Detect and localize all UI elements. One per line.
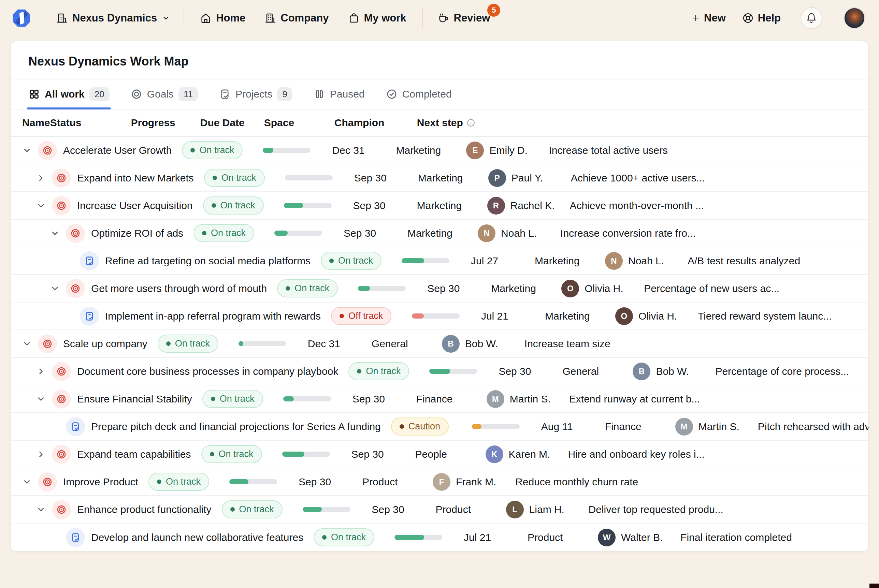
status-dot-icon bbox=[166, 341, 171, 346]
notifications-button[interactable] bbox=[801, 7, 822, 29]
org-name: Nexus Dynamics bbox=[72, 12, 157, 24]
table-row[interactable]: Ensure Financial StabilityOn trackSep 30… bbox=[11, 386, 868, 413]
tab-label: Completed bbox=[402, 88, 452, 100]
progress-bar bbox=[429, 369, 477, 374]
status-badge[interactable]: On track bbox=[314, 528, 374, 546]
status-badge[interactable]: On track bbox=[149, 473, 209, 491]
space: Product bbox=[362, 476, 433, 488]
expand-down-chevron[interactable] bbox=[36, 201, 52, 210]
status-dot-icon bbox=[210, 452, 214, 456]
tab-goals[interactable]: Goals11 bbox=[131, 80, 198, 109]
building-icon bbox=[56, 12, 68, 24]
main-nav: HomeCompanyMy work bbox=[184, 12, 422, 24]
status-badge[interactable]: On track bbox=[201, 445, 262, 463]
tab-projects[interactable]: Projects9 bbox=[219, 80, 292, 109]
expand-right-chevron[interactable] bbox=[36, 173, 52, 183]
tab-all-work[interactable]: All work20 bbox=[28, 80, 110, 109]
help-button[interactable]: Help bbox=[742, 12, 781, 24]
next-step: Achieve month-over-month ... bbox=[570, 200, 713, 212]
status-badge[interactable]: On track bbox=[204, 169, 265, 187]
next-step: Extend runway at current b... bbox=[569, 393, 712, 405]
due-date: Jul 27 bbox=[471, 255, 535, 267]
column-header-due-date[interactable]: Due Date bbox=[200, 117, 264, 129]
table-row[interactable]: Refine ad targeting on social media plat… bbox=[11, 247, 868, 275]
chevron-down-icon bbox=[162, 14, 170, 22]
expand-right-chevron[interactable] bbox=[36, 367, 52, 376]
table-row[interactable]: Get more users through word of mouthOn t… bbox=[11, 275, 868, 303]
building-icon bbox=[264, 12, 276, 24]
status-badge[interactable]: On track bbox=[182, 141, 243, 159]
champion-avatar: N bbox=[478, 224, 496, 242]
table-row[interactable]: Accelerate User GrowthOn trackDec 31Mark… bbox=[11, 137, 868, 164]
status-dot-icon bbox=[329, 258, 334, 263]
column-header-progress[interactable]: Progress bbox=[131, 117, 200, 129]
table-row[interactable]: Enhance product functionalityOn trackSep… bbox=[11, 496, 868, 524]
progress-bar bbox=[303, 507, 350, 512]
next-step: Increase total active users bbox=[549, 145, 692, 156]
status-badge[interactable]: On track bbox=[194, 224, 254, 242]
table-row[interactable]: Expand team capabilitiesOn trackSep 30Pe… bbox=[11, 441, 868, 468]
column-header-status[interactable]: Status bbox=[50, 117, 131, 129]
goal-icon bbox=[52, 362, 71, 381]
status-badge[interactable]: Caution bbox=[391, 417, 449, 435]
clipboard-icon bbox=[219, 88, 231, 100]
table-row[interactable]: Prepare pitch deck and financial project… bbox=[11, 413, 868, 441]
status-badge[interactable]: On track bbox=[222, 500, 282, 518]
champion-name: Martin S. bbox=[510, 393, 551, 405]
due-date: Sep 30 bbox=[354, 172, 418, 184]
expand-down-chevron[interactable] bbox=[50, 228, 66, 238]
table-row[interactable]: Implement in-app referral program with r… bbox=[11, 303, 868, 330]
expand-right-chevron[interactable] bbox=[36, 450, 52, 459]
champion-name: Olivia H. bbox=[639, 310, 677, 322]
champion-name: Noah L. bbox=[628, 255, 664, 267]
expand-down-chevron[interactable] bbox=[50, 284, 66, 293]
expand-down-chevron[interactable] bbox=[36, 394, 52, 404]
table-row[interactable]: Improve ProductOn trackSep 30ProductFFra… bbox=[11, 468, 868, 496]
column-header-name[interactable]: Name bbox=[11, 117, 50, 129]
table-row[interactable]: Document core business processes in comp… bbox=[11, 358, 868, 386]
column-header-champion[interactable]: Champion bbox=[334, 117, 417, 129]
champion-name: Liam H. bbox=[529, 504, 564, 515]
expand-down-chevron[interactable] bbox=[36, 505, 52, 514]
status-badge[interactable]: On track bbox=[349, 362, 409, 380]
item-name: Enhance product functionality bbox=[77, 502, 222, 517]
status-badge[interactable]: Off track bbox=[331, 307, 392, 325]
nav-item-home[interactable]: Home bbox=[200, 12, 245, 24]
app-logo-icon[interactable] bbox=[12, 8, 32, 28]
column-header-space[interactable]: Space bbox=[264, 117, 334, 129]
status-badge[interactable]: On track bbox=[321, 252, 382, 270]
space: Marketing bbox=[396, 145, 466, 156]
tab-label: All work bbox=[45, 88, 85, 100]
table-row[interactable]: Develop and launch new collaborative fea… bbox=[11, 524, 868, 551]
nav-item-company[interactable]: Company bbox=[264, 12, 329, 24]
due-date: Sep 30 bbox=[344, 228, 407, 239]
nav-item-my-work[interactable]: My work bbox=[348, 12, 406, 24]
expand-down-chevron[interactable] bbox=[22, 339, 38, 349]
champion-name: Bob W. bbox=[656, 366, 689, 377]
table-row[interactable]: Increase User AcquisitionOn trackSep 30M… bbox=[11, 192, 868, 220]
new-button[interactable]: New bbox=[692, 12, 726, 24]
user-avatar[interactable] bbox=[843, 7, 865, 29]
table-row[interactable]: Expand into New MarketsOn trackSep 30Mar… bbox=[11, 164, 868, 192]
column-header-next-step[interactable]: Next step bbox=[417, 117, 560, 129]
status-badge[interactable]: On track bbox=[158, 334, 218, 352]
status-label: On track bbox=[221, 200, 255, 211]
next-step: Final iteration completed bbox=[681, 532, 824, 543]
item-name: Improve Product bbox=[63, 475, 149, 489]
goal-icon bbox=[52, 390, 71, 409]
table-row[interactable]: Optimize ROI of adsOn trackSep 30Marketi… bbox=[11, 220, 868, 247]
tab-completed[interactable]: Completed bbox=[386, 80, 452, 109]
table-row[interactable]: Scale up companyOn trackDec 31GeneralBBo… bbox=[11, 330, 868, 358]
champion-avatar: R bbox=[487, 197, 505, 214]
status-badge[interactable]: On track bbox=[202, 390, 263, 408]
space: Marketing bbox=[417, 200, 487, 212]
expand-down-chevron[interactable] bbox=[22, 477, 38, 487]
expand-down-chevron[interactable] bbox=[22, 146, 38, 155]
bell-icon bbox=[806, 13, 817, 24]
nav-item-review[interactable]: Review 5 bbox=[423, 12, 490, 24]
status-badge[interactable]: On track bbox=[203, 196, 264, 214]
status-badge[interactable]: On track bbox=[277, 279, 338, 297]
space: Marketing bbox=[535, 255, 605, 267]
org-switcher[interactable]: Nexus Dynamics bbox=[42, 12, 183, 24]
tab-paused[interactable]: Paused bbox=[314, 80, 365, 109]
